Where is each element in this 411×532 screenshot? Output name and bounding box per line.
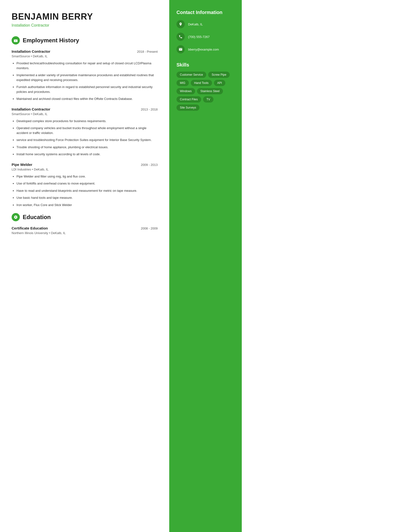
skill-badge-7: Contract Files bbox=[177, 96, 201, 103]
bullet-item: Maintained and archived closed contract … bbox=[17, 96, 158, 101]
edu-1-dates: 2008 - 2009 bbox=[141, 227, 158, 230]
education-title: Education bbox=[23, 214, 51, 220]
job-3-company: LDI Industries • DeKalb, IL bbox=[12, 168, 158, 171]
job-3-bullets: Pipe Welder and fitter using mig, tig an… bbox=[12, 174, 158, 208]
job-1-company: SmartSource • DeKalb, IL bbox=[12, 54, 158, 58]
employment-header: Employment History bbox=[12, 36, 158, 45]
employment-title: Employment History bbox=[23, 37, 79, 44]
skill-badge-0: Customer Service bbox=[177, 72, 206, 78]
job-2-title: Installation Contractor bbox=[12, 107, 50, 111]
edu-1-degree: Certificate Education bbox=[12, 226, 48, 230]
skill-badge-8: TV bbox=[203, 96, 214, 103]
contact-location: DeKalb, IL bbox=[177, 20, 234, 28]
employment-section: Employment History Installation Contract… bbox=[12, 36, 158, 207]
education-icon bbox=[12, 213, 20, 221]
skill-badge-2: MIG bbox=[177, 80, 189, 86]
contact-phone: (700) 555-7267 bbox=[177, 33, 234, 41]
skill-badge-3: Hand Tools bbox=[191, 80, 212, 86]
main-panel: BENJAMIN BERRY Installation Contractor E… bbox=[0, 0, 169, 532]
location-icon bbox=[177, 20, 185, 28]
education-section: Education Certificate Education 2008 - 2… bbox=[12, 213, 158, 235]
contact-email: bberry@example.com bbox=[177, 45, 234, 53]
skill-badge-9: Site Surveys bbox=[177, 104, 199, 111]
skill-badge-6: Stainless Steel bbox=[197, 88, 223, 94]
edu-item-1: Certificate Education 2008 - 2009 Northe… bbox=[12, 226, 158, 235]
bullet-item: Provided technical/troubleshooting consu… bbox=[17, 61, 158, 70]
location-text: DeKalb, IL bbox=[188, 22, 203, 26]
bullet-item: Implemented a wider variety of preventat… bbox=[17, 73, 158, 82]
bullet-item: Developed complex store procedures for b… bbox=[17, 119, 158, 124]
bullet-item: service and troubleshooting Force Protec… bbox=[17, 138, 158, 142]
edu-1-header: Certificate Education 2008 - 2009 bbox=[12, 226, 158, 230]
job-item-1: Installation Contractor 2018 - Present S… bbox=[12, 49, 158, 101]
bullet-item: Pipe Welder and fitter using mig, tig an… bbox=[17, 174, 158, 179]
bullet-item: Have to read and understand blueprints a… bbox=[17, 188, 158, 193]
bullet-item: Install home security systems according … bbox=[17, 152, 158, 157]
skills-title: Skills bbox=[177, 62, 234, 68]
phone-icon bbox=[177, 33, 185, 41]
skill-badge-4: API bbox=[214, 80, 225, 86]
job-item-2: Installation Contractor 2013 - 2018 Smar… bbox=[12, 107, 158, 157]
bullet-item: Iron worker, Flux Core and Stick Welder bbox=[17, 203, 158, 208]
job-1-title: Installation Contractor bbox=[12, 49, 50, 53]
contact-section: Contact Information DeKalb, IL (700) 555… bbox=[177, 10, 234, 53]
edu-1-institution: Northern Illinois University • DeKalb, I… bbox=[12, 231, 158, 235]
sidebar: Contact Information DeKalb, IL (700) 555… bbox=[169, 0, 242, 532]
job-3-header: Pipe Welder 2009 - 2013 bbox=[12, 162, 158, 167]
education-header: Education bbox=[12, 213, 158, 221]
candidate-name: BENJAMIN BERRY bbox=[12, 12, 158, 22]
email-icon bbox=[177, 45, 185, 53]
employment-icon bbox=[12, 36, 20, 45]
skill-badge-5: Windows bbox=[177, 88, 195, 94]
contact-title: Contact Information bbox=[177, 10, 234, 15]
job-3-title: Pipe Welder bbox=[12, 162, 32, 167]
job-2-bullets: Developed complex store procedures for b… bbox=[12, 119, 158, 157]
job-2-company: SmartSource • DeKalb, IL bbox=[12, 112, 158, 116]
bullet-item: Trouble shooting of home appliance, plum… bbox=[17, 145, 158, 150]
phone-text: (700) 555-7267 bbox=[188, 35, 210, 39]
skills-section: Skills Customer Service Screw Pipe MIG H… bbox=[177, 62, 234, 111]
job-3-dates: 2009 - 2013 bbox=[141, 163, 158, 167]
job-1-header: Installation Contractor 2018 - Present bbox=[12, 49, 158, 53]
bullet-item: Operated company vehicles and bucket tru… bbox=[17, 126, 158, 135]
email-text: bberry@example.com bbox=[188, 48, 219, 51]
skill-badge-1: Screw Pipe bbox=[208, 72, 230, 78]
job-2-dates: 2013 - 2018 bbox=[141, 108, 158, 111]
bullet-item: Furnish authoritative information in reg… bbox=[17, 85, 158, 94]
job-item-3: Pipe Welder 2009 - 2013 LDI Industries •… bbox=[12, 162, 158, 208]
skills-container: Customer Service Screw Pipe MIG Hand Too… bbox=[177, 72, 234, 111]
bullet-item: Use of forklifts and overhead cranes to … bbox=[17, 181, 158, 186]
name-section: BENJAMIN BERRY Installation Contractor bbox=[12, 12, 158, 28]
job-1-bullets: Provided technical/troubleshooting consu… bbox=[12, 61, 158, 101]
candidate-title: Installation Contractor bbox=[12, 23, 158, 28]
bullet-item: Use basic hand tools and tape measure. bbox=[17, 195, 158, 200]
job-2-header: Installation Contractor 2013 - 2018 bbox=[12, 107, 158, 111]
job-1-dates: 2018 - Present bbox=[137, 50, 158, 53]
